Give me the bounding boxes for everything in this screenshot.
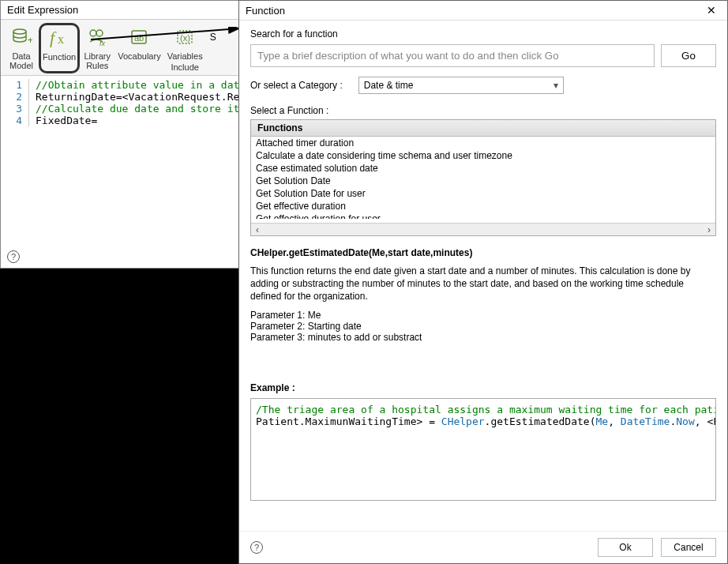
function-list-items[interactable]: Attached timer duration Calculate a date… — [251, 137, 715, 219]
function-item[interactable]: Get effective duration for user — [251, 212, 715, 219]
fx-icon: fx — [47, 25, 72, 51]
param-line: Parameter 2: Starting date — [250, 321, 716, 332]
code-line: 3//Calculate due date and store it — [1, 103, 252, 115]
help-icon[interactable]: ? — [250, 541, 263, 554]
close-icon[interactable]: ✕ — [702, 4, 721, 17]
function-signature: CHelper.getEstimatedDate(Me,start date,m… — [250, 247, 716, 258]
svg-text:ab: ab — [134, 33, 144, 43]
code-line: 2ReturningDate=<VacationRequest.Ret — [1, 91, 252, 103]
library-icon: fx — [84, 24, 110, 50]
example-label: Example : — [250, 382, 716, 393]
edit-expression-window: Edit Expression + Data Model fx Function… — [0, 0, 253, 269]
scroll-right-icon[interactable]: › — [704, 224, 714, 235]
function-dialog-title: Function — [246, 5, 285, 17]
help-icon[interactable]: ? — [7, 250, 20, 263]
ribbon-variables[interactable]: (x) Variables Include — [164, 23, 206, 73]
ribbon-more[interactable]: S — [206, 23, 220, 73]
database-icon: + — [9, 24, 34, 50]
category-label: Or select a Category : — [250, 80, 343, 91]
search-label: Search for a function — [250, 28, 716, 39]
svg-point-5 — [96, 30, 103, 36]
svg-text:+: + — [28, 35, 32, 46]
ribbon-label: Library — [84, 51, 111, 61]
svg-point-0 — [13, 29, 26, 34]
vocabulary-icon: ab — [126, 24, 152, 50]
svg-text:fx: fx — [99, 39, 106, 47]
category-selected: Date & time — [364, 80, 414, 91]
ribbon-function[interactable]: fx Function — [39, 23, 80, 73]
ribbon-data-model[interactable]: + Data Model — [4, 23, 39, 73]
function-item[interactable]: Calculate a date considering time schema… — [251, 149, 715, 162]
code-editor[interactable]: 1//Obtain attribute value in a date 2Ret… — [1, 76, 252, 130]
function-item[interactable]: Attached timer duration — [251, 137, 715, 149]
code-line: 1//Obtain attribute value in a date — [1, 79, 252, 91]
category-select[interactable]: Date & time ▾ — [358, 77, 564, 94]
function-item[interactable]: Get Solution Date — [251, 175, 715, 187]
ribbon-label: Data — [12, 51, 30, 61]
function-list: Functions Attached timer duration Calcul… — [250, 119, 716, 236]
example-box[interactable]: /The triage area of a hospital assigns a… — [250, 398, 716, 501]
svg-text:f: f — [50, 28, 57, 47]
ribbon-label: Vocabulary — [118, 51, 160, 61]
function-dialog: Function ✕ Search for a function Go Or s… — [238, 0, 728, 564]
param-line: Parameter 1: Me — [250, 310, 716, 321]
svg-point-4 — [90, 30, 96, 36]
search-input[interactable] — [250, 44, 655, 67]
variables-icon: (x) — [172, 24, 197, 50]
svg-text:(x): (x) — [180, 33, 190, 43]
ribbon-sublabel: Rules — [86, 61, 108, 70]
chevron-down-icon: ▾ — [554, 80, 558, 91]
cancel-button[interactable]: Cancel — [661, 538, 716, 557]
more-icon: S — [209, 24, 217, 50]
horizontal-scrollbar[interactable]: ‹ › — [251, 223, 715, 235]
function-item[interactable]: Get Solution Date for user — [251, 187, 715, 200]
ribbon-vocabulary[interactable]: ab Vocabulary — [114, 23, 163, 73]
ribbon-sublabel: Model — [9, 61, 33, 70]
include-label: Include — [171, 62, 198, 72]
ribbon-label: Variables — [167, 51, 203, 61]
param-line: Parameter 3: minutes to add or substract — [250, 332, 716, 343]
ok-button[interactable]: Ok — [598, 538, 653, 557]
function-params: Parameter 1: Me Parameter 2: Starting da… — [250, 310, 716, 343]
scroll-left-icon[interactable]: ‹ — [253, 224, 262, 235]
select-function-label: Select a Function : — [250, 105, 716, 116]
go-button[interactable]: Go — [661, 44, 716, 67]
ribbon-label: Function — [43, 52, 76, 62]
dialog-footer: ? Ok Cancel — [239, 531, 727, 563]
ribbon: + Data Model fx Function fx Library Rule… — [1, 20, 252, 76]
code-line: 4FixedDate= — [1, 115, 252, 126]
function-item[interactable]: Case estimated solution date — [251, 162, 715, 175]
edit-expression-title: Edit Expression — [1, 1, 252, 20]
function-title-bar: Function ✕ — [239, 1, 727, 21]
function-description: This function returns the end date given… — [250, 265, 716, 303]
ribbon-library-rules[interactable]: fx Library Rules — [80, 23, 114, 73]
svg-text:x: x — [58, 32, 64, 46]
function-item[interactable]: Get effective duration — [251, 200, 715, 212]
function-list-header: Functions — [251, 120, 715, 137]
